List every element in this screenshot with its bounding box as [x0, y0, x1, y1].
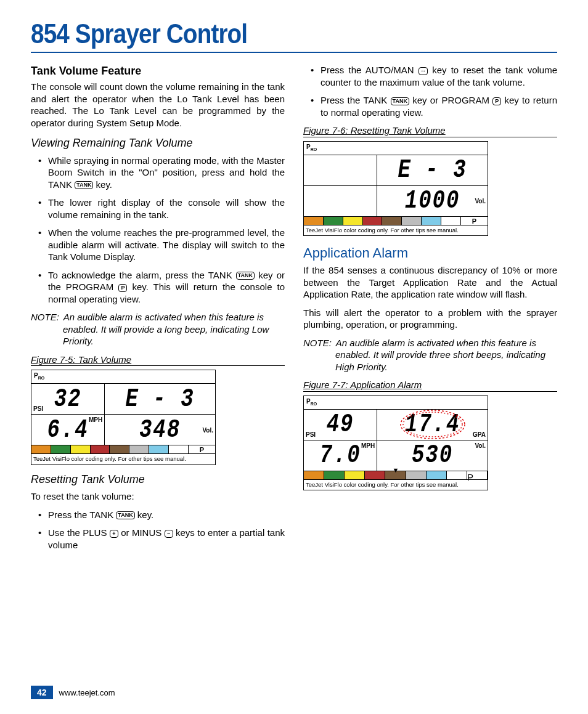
page-title: 854 Sprayer Control: [31, 18, 494, 49]
seg-value: 530: [412, 439, 453, 473]
pro-icon: P: [306, 144, 311, 150]
figure-caption-7-5: Figure 7-5: Tank Volume: [31, 354, 285, 367]
lcd-cell-psi: PSI 32: [31, 384, 105, 414]
heading-viewing-remaining: Viewing Remaining Tank Volume: [31, 136, 285, 150]
lcd-cell-gpa: GPA 17.4: [377, 410, 488, 440]
two-column-layout: Tank Volume Feature The console will cou…: [31, 64, 557, 557]
seg-value: 348: [139, 413, 181, 447]
pro-icon: P: [34, 372, 38, 379]
text: To acknowledge the alarm, press the TANK: [48, 270, 236, 280]
plus-key-icon: +: [110, 530, 118, 538]
program-key-icon: P: [492, 97, 501, 105]
paragraph: This will alert the operator to a proble…: [303, 307, 557, 331]
note-label: NOTE:: [303, 338, 336, 348]
minus-key-icon: −: [165, 530, 173, 538]
unit-mph: MPH: [89, 416, 102, 424]
unit-psi: PSI: [306, 431, 316, 439]
list-item: Use the PLUS + or MINUS − keys to enter …: [48, 527, 285, 551]
text: Press the TANK: [321, 95, 391, 105]
paragraph: To reset the tank volume:: [31, 490, 285, 503]
lcd-cell-vol: Vol. 1000: [377, 186, 488, 216]
seg-value: E - 3: [398, 153, 467, 187]
seg-value: 6.4: [47, 413, 88, 447]
unit-psi: PSI: [33, 405, 43, 413]
list-item: Press the AUTO/MAN ↔ key to reset the ta…: [321, 64, 557, 88]
bullet-list: Press the TANK TANK key. Use the PLUS + …: [31, 509, 285, 551]
list-item: The lower right display of the console w…: [48, 197, 285, 221]
figure-7-6-console: PRO E - 3 Vol. 1000 P TeeJet VisiFlo col…: [303, 141, 488, 236]
lcd-footnote: TeeJet VisiFlo color coding only. For ot…: [304, 480, 488, 490]
lcd-footnote: TeeJet VisiFlo color coding only. For ot…: [31, 454, 215, 464]
list-item: When the volume reaches the pre-programm…: [48, 227, 285, 263]
pro-sub: RO: [311, 402, 317, 406]
paragraph: If the 854 senses a continuous discrepan…: [303, 264, 557, 301]
bullet-list: Press the AUTO/MAN ↔ key to reset the ta…: [303, 64, 557, 118]
color-bars: P ▼: [304, 471, 488, 480]
list-item: Press the TANK TANK key.: [48, 509, 285, 521]
text: Press the TANK: [48, 509, 116, 520]
p-indicator: P: [467, 471, 488, 479]
paragraph: The console will count down the volume r…: [31, 81, 285, 129]
tank-key-icon: TANK: [116, 511, 134, 519]
left-column: Tank Volume Feature The console will cou…: [31, 64, 285, 557]
figure-7-7-console: PRO PSI 49 GPA 17.4: [303, 396, 488, 490]
heading-tank-volume-feature: Tank Volume Feature: [31, 64, 285, 78]
heading-resetting-tank-volume: Resetting Tank Volume: [31, 473, 285, 487]
lcd-cell-mph: MPH 6.4: [31, 415, 105, 445]
list-item: To acknowledge the alarm, press the TANK…: [48, 269, 285, 306]
lcd-cell-blank: [304, 186, 377, 216]
bullet-list: While spraying in normal operating mode,…: [31, 155, 285, 306]
seg-value: 49: [327, 408, 354, 442]
lcd-cell-psi: PSI 49: [304, 410, 377, 440]
page-number: 42: [31, 686, 53, 699]
unit-vol: Vol.: [475, 197, 486, 205]
text: key.: [93, 179, 112, 190]
seg-value: 1000: [405, 184, 460, 217]
unit-mph: MPH: [361, 442, 375, 450]
pointer-icon: ▼: [393, 466, 399, 474]
note: NOTE: An audible alarm is activated when…: [31, 311, 285, 347]
tank-key-icon: TANK: [236, 272, 255, 280]
note-text: An audible alarm is activated when this …: [63, 312, 269, 346]
note-label: NOTE:: [31, 312, 63, 322]
list-item: Press the TANK TANK key or PROGRAM P key…: [321, 94, 557, 118]
title-rule: [31, 52, 557, 53]
unit-gpa: GPA: [473, 431, 486, 439]
seg-value: E - 3: [126, 382, 195, 416]
lcd-cell-vol: Vol. 348: [105, 415, 215, 445]
text: or MINUS: [118, 527, 165, 538]
tank-key-icon: TANK: [391, 97, 409, 105]
seg-value: 7.0: [319, 439, 361, 473]
lcd-cell-mode: E - 3: [377, 155, 488, 185]
text: Press the AUTO/MAN: [321, 65, 419, 75]
note: NOTE: An audible alarm is activated when…: [303, 337, 557, 373]
page-footer: 42 www.teejet.com: [31, 686, 115, 699]
lcd-cell-mode: E - 3: [105, 384, 215, 414]
p-indicator: P: [461, 217, 488, 225]
unit-vol: Vol.: [202, 426, 213, 434]
figure-caption-7-7: Figure 7-7: Application Alarm: [303, 379, 557, 392]
unit-vol: Vol.: [475, 442, 486, 450]
heading-application-alarm: Application Alarm: [303, 245, 557, 262]
text: Use the PLUS: [48, 527, 110, 538]
automan-key-icon: ↔: [419, 67, 428, 75]
lcd-cell-blank: [304, 155, 377, 185]
text: key or PROGRAM: [409, 95, 492, 105]
seg-value: 17.4: [405, 408, 460, 442]
list-item: While spraying in normal operating mode,…: [48, 155, 285, 191]
footer-url: www.teejet.com: [59, 688, 115, 697]
lcd-cell-mph: MPH 7.0: [304, 440, 377, 471]
tank-key-icon: TANK: [75, 181, 93, 189]
pro-sub: RO: [311, 147, 317, 152]
right-column: Press the AUTO/MAN ↔ key to reset the ta…: [303, 64, 557, 557]
figure-7-5-console: PRO PSI 32 E - 3 MPH 6.4 Vol. 348: [31, 370, 216, 465]
p-indicator: P: [189, 445, 215, 453]
pro-sub: RO: [38, 376, 45, 380]
seg-value: 32: [54, 382, 82, 416]
pro-icon: P: [306, 398, 311, 405]
text: key.: [135, 509, 154, 520]
lcd-footnote: TeeJet VisiFlo color coding only. For ot…: [304, 225, 488, 235]
program-key-icon: P: [118, 284, 127, 292]
note-text: An audible alarm is activated when this …: [335, 338, 545, 372]
figure-caption-7-6: Figure 7-6: Resetting Tank Volume: [303, 124, 557, 137]
